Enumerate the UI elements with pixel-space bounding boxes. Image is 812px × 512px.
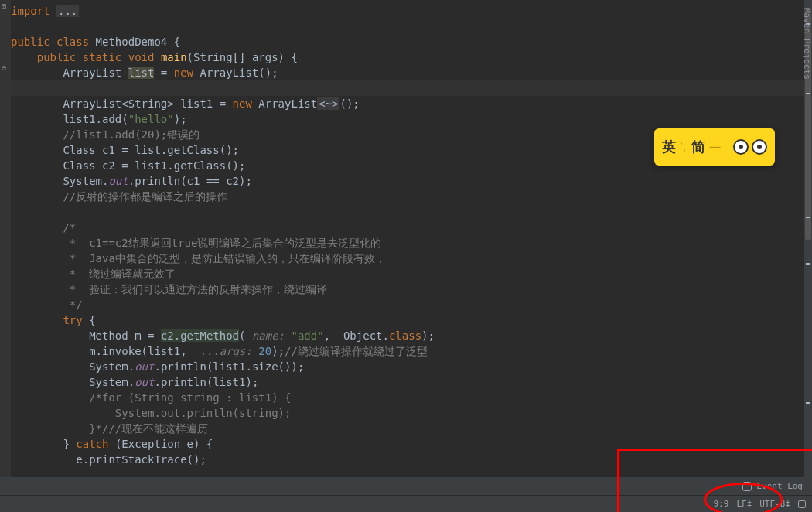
chat-icon[interactable] [742, 482, 752, 491]
code-line[interactable]: System.out.println(string); [11, 405, 804, 421]
code-line[interactable]: ArrayList list = new ArrayList(); [11, 65, 804, 80]
code-line[interactable]: ArrayList<String> list1 = new ArrayList<… [11, 96, 804, 111]
ime-separator: ', [681, 140, 687, 154]
event-log-link[interactable]: Event Log [756, 481, 803, 491]
code-line[interactable]: */ [11, 297, 804, 312]
code-line[interactable]: } catch (Exception e) { [11, 436, 804, 452]
ime-widget[interactable]: 英 ', 简 — [654, 128, 775, 166]
cursor-position[interactable]: 9:9 [714, 499, 729, 509]
fold-marker-icon[interactable]: ⊖ [2, 63, 6, 72]
event-log-bar: Event Log [0, 477, 812, 495]
file-encoding[interactable]: UTF-8‡ [759, 499, 790, 509]
code-line[interactable]: try { [11, 312, 804, 328]
code-line[interactable]: }*///现在不能这样遍历 [11, 421, 804, 436]
code-line[interactable] [11, 204, 804, 220]
code-line[interactable]: /*for (String string : list1) { [11, 390, 804, 405]
editor-container: ⊞⊖ import ... public class MethodDemo4 {… [0, 0, 812, 477]
gutter[interactable]: ⊞⊖ [0, 0, 11, 477]
marker-tick[interactable] [806, 93, 810, 94]
code-line[interactable]: * c1==c2结果返回true说明编译之后集合的泛型是去泛型化的 [11, 235, 804, 251]
code-line[interactable]: list1.add("hello"); [11, 111, 804, 127]
code-line[interactable]: //反射的操作都是编译之后的操作 [11, 189, 804, 204]
lock-icon[interactable] [798, 500, 806, 508]
marker-tick[interactable] [806, 402, 810, 404]
code-line[interactable]: * Java中集合的泛型，是防止错误输入的，只在编译阶段有效， [11, 251, 804, 266]
code-line[interactable]: public class MethodDemo4 { [11, 34, 804, 49]
code-line[interactable] [11, 19, 804, 34]
code-line[interactable]: import ... [11, 3, 804, 19]
ime-lang-indicator: 英 [662, 138, 676, 156]
code-line[interactable]: /* [11, 220, 804, 235]
fold-marker-icon[interactable]: ⊞ [2, 2, 6, 10]
ime-dash: — [710, 141, 721, 153]
code-line[interactable]: * 绕过编译就无效了 [11, 266, 804, 282]
code-editor[interactable]: import ... public class MethodDemo4 { pu… [11, 0, 804, 477]
marker-tick[interactable] [806, 217, 810, 218]
code-line[interactable]: m.invoke(list1, ...args: 20);//绕过编译操作就绕过… [11, 343, 804, 359]
code-line[interactable]: public static void main(String[] args) { [11, 49, 804, 65]
code-line[interactable] [11, 80, 804, 96]
code-line[interactable]: System.out.println(c1 == c2); [11, 173, 804, 189]
code-line[interactable]: System.out.println(list1.size()); [11, 359, 804, 374]
code-line[interactable]: * 验证：我们可以通过方法的反射来操作，绕过编译 [11, 282, 804, 297]
status-bar: 9:9 LF‡ UTF-8‡ [0, 495, 812, 512]
ime-script-indicator: 简 [691, 138, 705, 156]
code-line[interactable]: System.out.println(list1); [11, 374, 804, 390]
ime-mascot-icon [733, 139, 767, 155]
marker-tick[interactable] [806, 263, 810, 265]
maven-projects-tab[interactable]: Maven Projects [801, 8, 812, 80]
code-line[interactable]: Method m = c2.getMethod( name: "add", Ob… [11, 328, 804, 343]
line-separator[interactable]: LF‡ [736, 499, 752, 509]
code-line[interactable]: e.printStackTrace(); [11, 452, 804, 467]
